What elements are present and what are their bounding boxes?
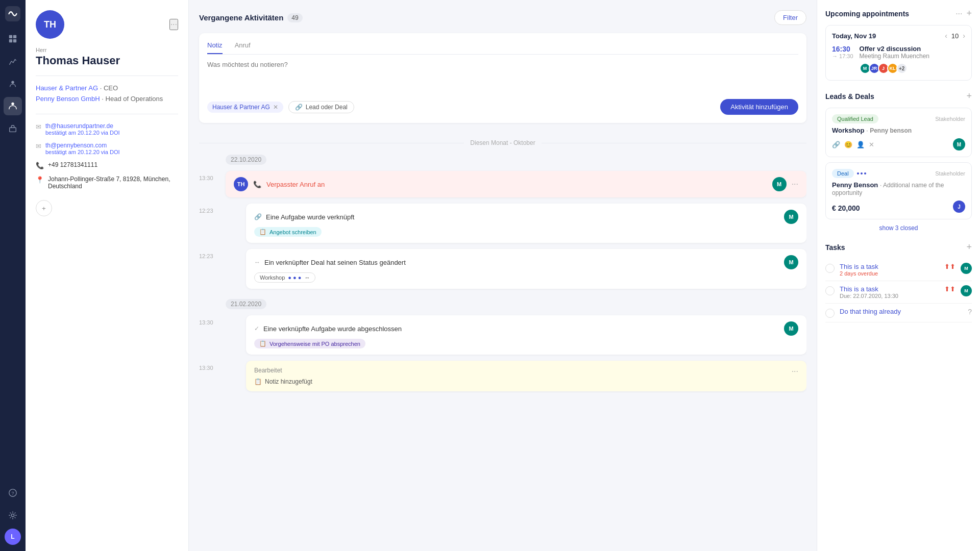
activities-area: Vergangene Aktivitäten 49 Filter Notiz A…	[189, 0, 817, 551]
stakeholder-label-1: Stakeholder	[935, 116, 965, 122]
note-link-label: Lead oder Deal	[306, 104, 348, 111]
deal-badge-row: Deal	[832, 169, 866, 178]
task-3-checkbox[interactable]	[825, 309, 835, 318]
deal-status-text: Ein verknüpfter Deal hat seinen Status g…	[264, 259, 780, 266]
contact-header: TH ···	[36, 10, 178, 39]
task-linked-time: 12:23	[199, 208, 219, 214]
nav-settings-icon[interactable]	[4, 506, 22, 524]
svg-rect-2	[13, 35, 16, 38]
month-separator: Diesen Monat - Oktober	[199, 139, 806, 146]
note-tag-close[interactable]: ✕	[273, 104, 278, 111]
company-1-link[interactable]: Hauser & Partner AG	[36, 84, 98, 92]
add-lead-button[interactable]: +	[966, 91, 972, 102]
appt-count: 10	[951, 32, 959, 40]
phone-icon: 📞	[36, 162, 44, 169]
app-logo[interactable]	[5, 6, 20, 21]
appointments-options-button[interactable]: ···	[955, 9, 962, 18]
task-3-unknown-icon: ?	[968, 308, 972, 316]
task-2-checkbox[interactable]	[825, 286, 835, 295]
leads-deals-title: Leads & Deals	[825, 92, 874, 101]
note-edited-options[interactable]: ···	[792, 367, 798, 376]
task-item-1: This is a task 2 days overdue ⬆⬆ M	[825, 259, 972, 281]
filter-button[interactable]: Filter	[774, 10, 806, 25]
address-item: 📍 Johann-Pollinger-Straße 7, 81928, Münc…	[36, 176, 178, 190]
timeline-item-missed-call: 13:30 TH 📞 Verpasster Anruf an M ···	[199, 171, 806, 197]
svg-rect-4	[13, 39, 16, 42]
contact-company-1: Hauser & Partner AG · CEO	[36, 84, 178, 92]
nav-deals-icon[interactable]	[4, 119, 22, 138]
add-field-button[interactable]: +	[36, 200, 52, 216]
lead-cancel-icon[interactable]: ✕	[869, 141, 874, 148]
checkmark-icon: ✓	[254, 325, 259, 332]
nav-bar: ? L	[0, 0, 26, 551]
email-1-icon: ✉	[36, 123, 41, 131]
task-2-due: Due: 22.07.2020, 13:30	[840, 293, 939, 299]
task-2-avatar: M	[961, 285, 972, 296]
email-2-address[interactable]: th@pennybenson.com	[45, 142, 120, 149]
appt-next-button[interactable]: ›	[963, 32, 965, 40]
note-link-deal[interactable]: 🔗 Lead oder Deal	[288, 101, 354, 113]
nav-help-icon[interactable]: ?	[4, 484, 22, 502]
timeline-group-feb: 21.02.2020 13:30 ✓ Eine verknüpfte Aufga…	[199, 299, 806, 391]
task-1-priority-icon: ⬆⬆	[944, 263, 955, 270]
deal-status-header: ↔ Ein verknüpfter Deal hat seinen Status…	[254, 255, 798, 269]
contact-avatar: TH	[36, 10, 64, 39]
email-1-address[interactable]: th@hauserundpartner.de	[45, 122, 120, 130]
note-edited-time: 13:30	[199, 365, 219, 371]
nav-analytics-icon[interactable]	[4, 52, 22, 70]
deal-amount: € 20,000	[832, 204, 860, 212]
add-activity-button[interactable]: Aktivität hinzufügen	[720, 99, 798, 115]
activities-title: Vergangene Aktivitäten	[199, 13, 283, 22]
appt-time-start: 16:30	[832, 45, 853, 53]
appointments-header: Upcoming appointments ··· +	[825, 8, 972, 19]
deal-badge: Deal	[832, 169, 854, 178]
nav-person-icon[interactable]	[4, 97, 22, 115]
missed-call-options[interactable]: ···	[792, 180, 798, 189]
svg-rect-3	[9, 39, 12, 42]
user-avatar-nav[interactable]: L	[5, 529, 21, 545]
contact-name: Thomas Hauser	[36, 54, 178, 67]
task-linked-text: Eine Aufgabe wurde verknüpft	[266, 213, 780, 221]
task-closed-card: ✓ Eine verknüpfte Aufgabe wurde abgeschl…	[246, 315, 806, 355]
note-company-tag: Hauser & Partner AG ✕	[207, 102, 283, 113]
lead-1-avatar: M	[953, 138, 965, 151]
task-closed-text: Eine verknüpfte Aufgabe wurde abgeschlos…	[263, 325, 780, 333]
task-1-due: 2 days overdue	[840, 270, 939, 277]
note-added-tag: 📋 Notiz hinzugefügt	[254, 378, 312, 385]
task-closed-header: ✓ Eine verknüpfte Aufgabe wurde abgeschl…	[254, 321, 798, 336]
appt-avatars: M JR J KL +2	[860, 63, 965, 74]
note-input[interactable]	[207, 61, 798, 91]
bearbeitet-label: Bearbeitet	[254, 367, 282, 374]
appt-item: 16:30 → 17:30 Offer v2 discussion Meetin…	[832, 45, 965, 74]
add-appointment-button[interactable]: +	[966, 8, 972, 19]
lead-1-actions: 🔗 😊 👤 ✕ M	[832, 138, 965, 151]
lead-share-icon[interactable]: 🔗	[832, 141, 840, 148]
tab-call[interactable]: Anruf	[235, 41, 251, 54]
appointments-section: Upcoming appointments ··· + Today, Nov 1…	[825, 8, 972, 81]
contact-options-button[interactable]: ···	[169, 19, 178, 30]
deal-status-time: 12:23	[199, 253, 219, 259]
show-closed-link[interactable]: show 3 closed	[825, 224, 972, 232]
address-text: Johann-Pollinger-Straße 7, 81928, Münche…	[48, 176, 178, 190]
lead-smile-icon[interactable]: 😊	[844, 141, 852, 148]
lead-card-deal: Deal Stakeholder Penny Benson · Addition…	[825, 162, 972, 219]
appt-avatar-more: +2	[896, 63, 908, 74]
tab-note[interactable]: Notiz	[207, 41, 223, 54]
appointments-actions: ··· +	[955, 8, 972, 19]
nav-contacts-icon[interactable]	[4, 74, 22, 93]
contact-salutation: Herr	[36, 47, 178, 53]
phone-number[interactable]: +49 12781341111	[48, 161, 97, 168]
appt-date: Today, Nov 19	[832, 32, 876, 40]
task-closed-avatar: M	[784, 321, 798, 336]
note-section: Notiz Anruf Hauser & Partner AG ✕ 🔗 Lead…	[199, 33, 806, 123]
appt-date-nav: Today, Nov 19 ‹ 10 ›	[832, 32, 965, 40]
lead-person-icon[interactable]: 👤	[856, 141, 865, 148]
task-1-checkbox[interactable]	[825, 264, 835, 273]
nav-grid-icon[interactable]	[4, 30, 22, 48]
add-task-button[interactable]: +	[966, 242, 972, 253]
task-1-content: This is a task 2 days overdue	[840, 263, 939, 277]
company-2-link[interactable]: Penny Benson GmbH	[36, 95, 100, 103]
appt-prev-button[interactable]: ‹	[945, 32, 947, 40]
task-tag-icon: 📋	[259, 229, 266, 235]
task-closed-tag: 📋 Vorgehensweise mit PO absprechen	[254, 339, 365, 348]
